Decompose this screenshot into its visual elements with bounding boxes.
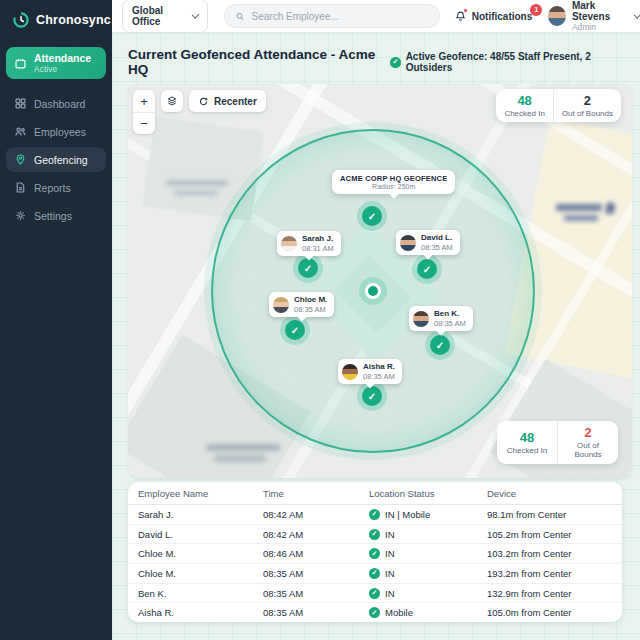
recenter-button[interactable]: Recenter [189, 90, 266, 112]
sidebar-item-dashboard[interactable]: Dashboard [6, 91, 106, 116]
cell-time: 08:42 AM [263, 509, 369, 520]
col-device: Device [487, 488, 622, 499]
col-location-status: Location Status [369, 488, 487, 499]
table-row[interactable]: Chloe M. 08:46 AM ✓ IN 103.2m from Cente… [128, 543, 622, 563]
check-circle-icon: ✓ [369, 568, 380, 579]
sidebar-item-employees[interactable]: Employees [6, 119, 106, 144]
layers-icon [166, 95, 178, 107]
app-logo: Chronosync [0, 0, 112, 39]
sidebar-item-label: Attendance [34, 52, 91, 64]
chevron-down-icon [633, 10, 640, 18]
sidebar-item-geofencing[interactable]: Geofencing [6, 147, 106, 172]
blurred-map-label [206, 444, 280, 451]
sidebar: Chronosync Attendance Active Dashboard [0, 0, 112, 640]
chevron-down-icon [192, 10, 200, 18]
sidebar-item-sublabel: Active [34, 64, 91, 74]
marker-check-pin[interactable]: ✓ [430, 335, 450, 355]
search-box[interactable] [224, 4, 439, 28]
cell-status: IN [385, 588, 395, 599]
table-row[interactable]: Aisha R. 08:35 AM ✓ Mobile 105.0m from C… [128, 602, 622, 622]
table-row[interactable]: Ben K. 08:35 AM ✓ IN 132.9m from Center [128, 583, 622, 603]
marker-check-pin[interactable]: ✓ [298, 258, 318, 278]
cell-name: Chloe M. [138, 548, 263, 559]
checked-in-label: Checked In [505, 446, 549, 456]
checked-in-label: Checked In [504, 109, 544, 119]
map-marker-ben[interactable]: Ben K. 08:35 AM [409, 306, 473, 331]
geofence-check-pin[interactable]: ✓ [362, 206, 382, 226]
table-row[interactable]: Chloe M. 08:35 AM ✓ IN 193.2m from Cente… [128, 563, 622, 583]
marker-check-pin[interactable]: ✓ [285, 320, 305, 340]
clock-logo-icon [12, 11, 30, 29]
table-header: Employee Name Time Location Status Devic… [128, 482, 622, 505]
col-time: Time [263, 488, 369, 499]
sidebar-item-label: Settings [34, 210, 72, 222]
table-row[interactable]: David L. 08:42 AM ✓ IN 105.2m from Cente… [128, 524, 622, 544]
main-content: Current Geofenced Attendance - Acme HQ ✓… [112, 33, 640, 640]
map-pin-icon [14, 153, 27, 166]
marker-check-pin[interactable]: ✓ [362, 386, 382, 406]
blurred-map-pin-icon [606, 202, 615, 214]
layers-button[interactable] [161, 90, 183, 112]
blurred-map-label [556, 204, 602, 211]
check-circle-icon: ✓ [369, 588, 380, 599]
geofence-label: ACME CORP HQ GEOFENCE Radius: 250m [332, 170, 455, 194]
zoom-in-button[interactable]: + [133, 90, 155, 112]
checked-in-count: 48 [520, 430, 534, 446]
office-selector-value: Global Office [132, 5, 187, 27]
map-marker-david[interactable]: David L. 08:35 AM [396, 230, 460, 255]
check-circle-icon: ✓ [369, 548, 380, 559]
sidebar-item-settings[interactable]: Settings [6, 203, 106, 228]
cell-time: 08:42 AM [263, 529, 369, 540]
office-selector[interactable]: Global Office [122, 0, 208, 33]
cell-name: Sarah J. [138, 509, 263, 520]
active-geofence-badge: ✓ Active Geofence: 48/55 Staff Present, … [390, 51, 632, 73]
avatar [413, 311, 429, 327]
check-circle-icon: ✓ [369, 529, 380, 540]
map-canvas[interactable]: ACME CORP HQ GEOFENCE Radius: 250m ✓ Sar… [128, 84, 632, 478]
users-icon [14, 125, 27, 138]
page-title: Current Geofenced Attendance - Acme HQ [128, 47, 390, 77]
calendar-icon [14, 57, 27, 70]
recenter-label: Recenter [214, 96, 257, 107]
zoom-out-button[interactable]: − [133, 112, 155, 134]
avatar [342, 364, 358, 380]
checked-in-count: 48 [517, 93, 531, 109]
out-of-bounds-count: 2 [584, 93, 591, 109]
active-geofence-text: Active Geofence: 48/55 Staff Present, 2 … [406, 51, 632, 73]
marker-time: 08:35 AM [434, 319, 466, 328]
sidebar-item-attendance[interactable]: Attendance Active [6, 47, 106, 79]
out-of-bounds-label: Out of Bounds [566, 441, 610, 460]
col-employee-name: Employee Name [138, 488, 263, 499]
check-circle-icon: ✓ [369, 509, 380, 520]
cell-status: IN [385, 568, 395, 579]
map-marker-chloe[interactable]: Chloe M. 08:35 AM [269, 292, 334, 317]
bell-icon [454, 10, 467, 23]
cell-device: 103.2m from Center [487, 548, 622, 559]
cell-device: 105.0m from Center [487, 607, 622, 618]
cell-name: Aisha R. [138, 607, 263, 618]
geofence-radius: Radius: 250m [340, 183, 447, 190]
search-icon [235, 11, 245, 22]
marker-name: Sarah J. [302, 234, 334, 244]
map-marker-sarah[interactable]: Sarah J. 08:31 AM [277, 231, 341, 256]
marker-check-pin[interactable]: ✓ [417, 259, 437, 279]
blurred-map-label [174, 190, 218, 196]
blurred-map-label [166, 180, 228, 186]
notifications-button[interactable]: Notifications 1 [454, 10, 533, 23]
out-of-bounds-label: Out of Bounds [562, 109, 613, 119]
marker-time: 08:35 AM [294, 305, 327, 314]
cell-time: 08:35 AM [263, 588, 369, 599]
blurred-map-label [214, 455, 266, 462]
user-menu[interactable]: Mark Stevens Admin [548, 0, 640, 32]
user-avatar [548, 6, 566, 26]
sidebar-item-reports[interactable]: Reports [6, 175, 106, 200]
search-input[interactable] [252, 11, 429, 22]
attendance-stats-card-top: 48 Checked In 2 Out of Bounds [496, 89, 621, 122]
map-marker-aisha[interactable]: Aisha R. 08:35 AM [338, 359, 402, 384]
out-of-bounds-count: 2 [584, 425, 591, 441]
zoom-control: + − [133, 90, 155, 134]
table-row[interactable]: Sarah J. 08:42 AM ✓ IN | Mobile 98.1m fr… [128, 505, 622, 524]
attendance-stats-card-bottom: 48 Checked In 2 Out of Bounds [497, 421, 618, 464]
sidebar-item-label: Dashboard [34, 98, 85, 110]
avatar [400, 235, 416, 251]
